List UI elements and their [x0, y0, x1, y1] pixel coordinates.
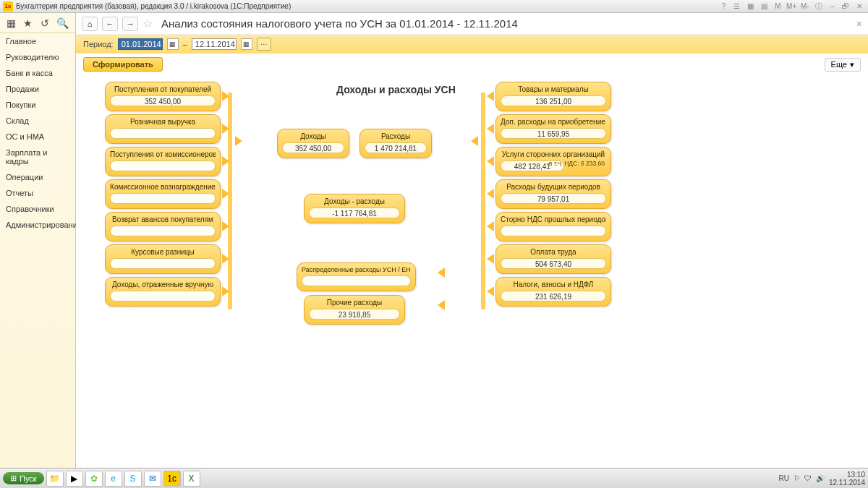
- node-label: Расходы будущих периодов: [501, 183, 606, 191]
- sidebar-item[interactable]: Зарплата и кадры: [0, 145, 75, 169]
- generate-button[interactable]: Сформировать: [83, 57, 163, 72]
- tool-icon[interactable]: M+: [786, 1, 796, 12]
- sidebar-item[interactable]: Склад: [0, 113, 75, 129]
- tool-icon[interactable]: ☰: [732, 1, 742, 12]
- taskbar-app-icon[interactable]: e: [105, 471, 122, 487]
- calendar-icon[interactable]: ▦: [167, 38, 179, 50]
- node-label: Прочие расходы: [309, 299, 400, 307]
- forward-button[interactable]: →: [122, 17, 138, 31]
- period-picker-button[interactable]: …: [257, 38, 271, 51]
- start-button[interactable]: ⊞ Пуск: [3, 472, 44, 484]
- period-to-input[interactable]: 12.11.2014: [192, 38, 237, 50]
- sidebar-item[interactable]: Администрирование: [0, 217, 75, 233]
- window-title: Бухгалтерия предприятия (базовая), редак…: [16, 2, 291, 10]
- windows-icon: ⊞: [10, 474, 17, 483]
- expense-node[interactable]: Сторно НДС прошлых периодов: [495, 212, 611, 241]
- tray-icon[interactable]: 🛡: [804, 474, 812, 482]
- diff-node[interactable]: Доходы - расходы -1 117 764,81: [304, 194, 405, 223]
- dist-expense-node[interactable]: Распределенные расходы УСН / ЕНВД: [297, 262, 416, 291]
- expense-node[interactable]: Оплата труда504 673,40: [495, 244, 611, 274]
- expense-node[interactable]: Налоги, взносы и НДФЛ231 626,19: [495, 277, 611, 307]
- income-source-node[interactable]: Возврат авансов покупателям: [105, 212, 221, 241]
- arrow-left-icon: [487, 156, 494, 166]
- taskbar-app-icon[interactable]: S: [124, 471, 142, 487]
- expense-node[interactable]: Товары и материалы136 251,00: [495, 82, 611, 111]
- tool-icon[interactable]: ▦: [746, 1, 756, 12]
- expense-node[interactable]: Доп. расходы на приобретение ТМЦ11 659,9…: [495, 114, 611, 144]
- content-header: ⌂ ← → ☆ Анализ состояния налогового учет…: [76, 13, 868, 35]
- back-button[interactable]: ←: [102, 17, 118, 31]
- app-logo-icon: 1c: [3, 1, 13, 12]
- maximize-icon[interactable]: 🗗: [841, 1, 851, 12]
- node-value: [110, 226, 216, 236]
- node-value: [110, 193, 216, 204]
- sidebar-item[interactable]: ОС и НМА: [0, 129, 75, 145]
- arrow-right-icon: [222, 156, 229, 166]
- tool-icon[interactable]: M-: [800, 1, 810, 12]
- income-source-node[interactable]: Курсовые разницы: [105, 244, 221, 274]
- sidebar-item[interactable]: Продажи: [0, 81, 75, 97]
- income-source-node[interactable]: Комиссионное вознаграждение: [105, 179, 221, 209]
- arrow-left-icon: [487, 91, 494, 101]
- close-icon[interactable]: ✕: [854, 1, 864, 12]
- other-expense-node[interactable]: Прочие расходы 23 918,85: [304, 295, 405, 325]
- start-label: Пуск: [20, 474, 37, 483]
- favorite-icon[interactable]: ☆: [142, 17, 153, 30]
- period-bar: Период: 01.01.2014 ▦ – 12.11.2014 ▦ …: [76, 35, 868, 53]
- page-title: Анализ состояния налогового учета по УСН…: [161, 17, 518, 30]
- arrow-right-icon: [222, 286, 229, 296]
- arrow-left-icon: [438, 267, 445, 278]
- taskbar-app-icon[interactable]: X: [183, 471, 200, 487]
- sidebar-item[interactable]: Руководителю: [0, 49, 75, 65]
- tool-icon[interactable]: ▤: [760, 1, 770, 12]
- star-icon[interactable]: ★: [23, 17, 33, 29]
- arrow-right-icon: [222, 189, 229, 199]
- node-label: Розничная выручка: [110, 118, 216, 126]
- connector-line: [481, 93, 485, 309]
- home-button[interactable]: ⌂: [82, 17, 98, 31]
- sidebar-item[interactable]: Справочники: [0, 201, 75, 217]
- taskbar-app-icon[interactable]: ✉: [144, 471, 161, 487]
- node-label: Налоги, взносы и НДФЛ: [501, 281, 606, 288]
- info-icon[interactable]: ⓘ: [814, 1, 824, 12]
- taskbar-app-icon[interactable]: ✿: [85, 471, 103, 487]
- income-source-node[interactable]: Поступления от комиссионеров: [105, 147, 221, 176]
- arrow-right-icon: [222, 91, 229, 101]
- sidebar-item[interactable]: Отчеты: [0, 185, 75, 201]
- more-button[interactable]: Еще▾: [825, 58, 861, 72]
- income-node[interactable]: Доходы 352 450,00: [277, 129, 349, 158]
- search-icon[interactable]: 🔍: [56, 17, 69, 29]
- node-label: Доходы, отраженные вручную: [110, 281, 216, 288]
- income-source-node[interactable]: Розничная выручка: [105, 114, 221, 144]
- income-source-node[interactable]: Поступления от покупателей352 450,00: [105, 82, 221, 111]
- arrow-left-icon: [487, 286, 494, 296]
- tray-icon[interactable]: ⚐: [793, 474, 800, 482]
- period-label: Период:: [83, 40, 114, 48]
- lang-indicator[interactable]: RU: [778, 474, 788, 482]
- node-value: 504 673,40: [501, 258, 606, 269]
- taskbar-app-icon[interactable]: 📁: [46, 471, 64, 487]
- expense-node[interactable]: Услуги сторонних организаций482 128,41в …: [495, 147, 611, 176]
- sidebar-item[interactable]: Главное: [0, 33, 75, 49]
- clock[interactable]: 13:10 12.11.2014: [829, 471, 865, 487]
- taskbar-app-icon[interactable]: ▶: [66, 471, 83, 487]
- content-area: ⌂ ← → ☆ Анализ состояния налогового учет…: [76, 13, 868, 468]
- calendar-icon[interactable]: ▦: [241, 38, 252, 50]
- sidebar-item[interactable]: Операции: [0, 169, 75, 185]
- tab-close-icon[interactable]: ×: [856, 18, 862, 30]
- tray-icon[interactable]: 🔊: [816, 474, 825, 482]
- history-icon[interactable]: ↺: [41, 17, 49, 29]
- expense-node[interactable]: Расходы будущих периодов79 957,01: [495, 179, 611, 209]
- expense-node[interactable]: Расходы 1 470 214,81: [359, 129, 432, 158]
- taskbar-app-icon[interactable]: 1c: [163, 471, 181, 487]
- tool-icon[interactable]: M: [773, 1, 783, 12]
- sidebar-item[interactable]: Банк и касса: [0, 65, 75, 81]
- node-label: Расходы: [365, 132, 427, 140]
- arrow-left-icon: [487, 189, 494, 199]
- menu-icon[interactable]: ▦: [7, 17, 16, 29]
- period-from-input[interactable]: 01.01.2014: [118, 38, 163, 50]
- income-source-node[interactable]: Доходы, отраженные вручную: [105, 277, 221, 307]
- sidebar-item[interactable]: Покупки: [0, 97, 75, 113]
- help-icon[interactable]: ?: [718, 1, 728, 12]
- minimize-icon[interactable]: –: [827, 1, 837, 12]
